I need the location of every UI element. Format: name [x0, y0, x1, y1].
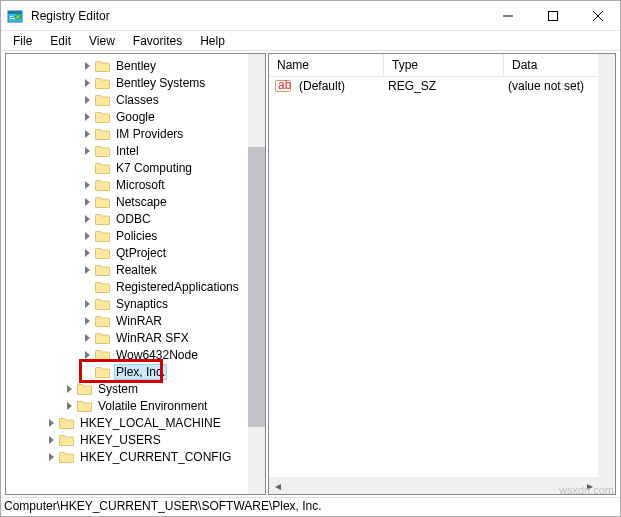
- list-vscrollbar[interactable]: [598, 54, 615, 494]
- expand-icon[interactable]: [62, 399, 76, 413]
- tree-scroll-thumb[interactable]: [248, 147, 265, 427]
- expand-icon[interactable]: [44, 416, 58, 430]
- expand-icon[interactable]: [80, 144, 94, 158]
- svg-rect-3: [10, 18, 15, 19]
- expand-icon[interactable]: [80, 110, 94, 124]
- tree-node[interactable]: Bentley: [6, 57, 248, 74]
- list-row[interactable]: ab (Default) REG_SZ (value not set): [269, 77, 598, 95]
- tree-node[interactable]: HKEY_USERS: [6, 431, 248, 448]
- tree-node[interactable]: Wow6432Node: [6, 346, 248, 363]
- expand-icon[interactable]: [44, 433, 58, 447]
- menu-favorites[interactable]: Favorites: [125, 32, 190, 50]
- expand-icon[interactable]: [80, 297, 94, 311]
- tree-node[interactable]: Classes: [6, 91, 248, 108]
- maximize-button[interactable]: [530, 1, 575, 30]
- scroll-left-icon[interactable]: ◂: [269, 477, 286, 494]
- expand-icon[interactable]: [80, 161, 94, 175]
- menu-file[interactable]: File: [5, 32, 40, 50]
- folder-icon: [94, 348, 110, 362]
- menubar: File Edit View Favorites Help: [1, 31, 620, 51]
- folder-icon: [94, 280, 110, 294]
- expand-icon[interactable]: [80, 59, 94, 73]
- tree-node[interactable]: RegisteredApplications: [6, 278, 248, 295]
- folder-icon: [58, 433, 74, 447]
- expand-icon[interactable]: [80, 93, 94, 107]
- tree-node[interactable]: Volatile Environment: [6, 397, 248, 414]
- titlebar[interactable]: Registry Editor: [1, 1, 620, 31]
- expand-icon[interactable]: [80, 314, 94, 328]
- tree-node[interactable]: Netscape: [6, 193, 248, 210]
- tree-node[interactable]: HKEY_CURRENT_CONFIG: [6, 448, 248, 465]
- expand-icon[interactable]: [80, 280, 94, 294]
- expand-icon[interactable]: [80, 263, 94, 277]
- tree-node[interactable]: Realtek: [6, 261, 248, 278]
- tree-node-label: Google: [114, 110, 157, 124]
- folder-icon: [58, 416, 74, 430]
- status-path: Computer\HKEY_CURRENT_USER\SOFTWARE\Plex…: [4, 499, 322, 513]
- tree-node[interactable]: HKEY_LOCAL_MACHINE: [6, 414, 248, 431]
- folder-icon: [94, 76, 110, 90]
- tree-node[interactable]: Google: [6, 108, 248, 125]
- tree-node[interactable]: System: [6, 380, 248, 397]
- tree-node[interactable]: WinRAR: [6, 312, 248, 329]
- folder-icon: [94, 297, 110, 311]
- string-value-icon: ab: [275, 79, 291, 93]
- expand-icon[interactable]: [80, 348, 94, 362]
- menu-edit[interactable]: Edit: [42, 32, 79, 50]
- close-button[interactable]: [575, 1, 620, 30]
- tree-node[interactable]: Policies: [6, 227, 248, 244]
- folder-icon: [94, 93, 110, 107]
- tree-node[interactable]: Intel: [6, 142, 248, 159]
- list-body[interactable]: ab (Default) REG_SZ (value not set): [269, 77, 598, 477]
- expand-icon[interactable]: [80, 178, 94, 192]
- expand-icon[interactable]: [80, 246, 94, 260]
- tree-node-label: K7 Computing: [114, 161, 194, 175]
- registry-tree[interactable]: BentleyBentley SystemsClassesGoogleIM Pr…: [6, 54, 248, 494]
- menu-view[interactable]: View: [81, 32, 123, 50]
- cell-name: (Default): [291, 79, 380, 93]
- tree-node-label: Microsoft: [114, 178, 167, 192]
- list-hscrollbar[interactable]: ◂ ▸: [269, 477, 598, 494]
- menu-help[interactable]: Help: [192, 32, 233, 50]
- expand-icon[interactable]: [80, 212, 94, 226]
- tree-node-label: Classes: [114, 93, 161, 107]
- tree-node[interactable]: QtProject: [6, 244, 248, 261]
- folder-icon: [58, 450, 74, 464]
- expand-icon[interactable]: [80, 331, 94, 345]
- tree-scrollbar[interactable]: [248, 54, 265, 494]
- folder-icon: [94, 195, 110, 209]
- expand-icon[interactable]: [80, 195, 94, 209]
- tree-node[interactable]: Synaptics: [6, 295, 248, 312]
- tree-node-label: Realtek: [114, 263, 159, 277]
- folder-icon: [94, 229, 110, 243]
- tree-node-label: Netscape: [114, 195, 169, 209]
- window-title: Registry Editor: [29, 9, 485, 23]
- minimize-button[interactable]: [485, 1, 530, 30]
- status-bar: Computer\HKEY_CURRENT_USER\SOFTWARE\Plex…: [1, 497, 620, 516]
- tree-node[interactable]: Plex, Inc.: [6, 363, 248, 380]
- expand-icon[interactable]: [80, 365, 94, 379]
- folder-icon: [94, 263, 110, 277]
- tree-node[interactable]: IM Providers: [6, 125, 248, 142]
- tree-node[interactable]: Bentley Systems: [6, 74, 248, 91]
- expand-icon[interactable]: [80, 229, 94, 243]
- tree-node-label: Bentley Systems: [114, 76, 207, 90]
- expand-icon[interactable]: [62, 382, 76, 396]
- tree-node-label: RegisteredApplications: [114, 280, 241, 294]
- col-type[interactable]: Type: [384, 54, 504, 76]
- tree-node[interactable]: K7 Computing: [6, 159, 248, 176]
- col-name[interactable]: Name: [269, 54, 384, 76]
- expand-icon[interactable]: [80, 76, 94, 90]
- folder-icon: [94, 246, 110, 260]
- folder-icon: [94, 144, 110, 158]
- tree-node[interactable]: Microsoft: [6, 176, 248, 193]
- tree-node[interactable]: WinRAR SFX: [6, 329, 248, 346]
- folder-icon: [94, 331, 110, 345]
- tree-node-label: Intel: [114, 144, 141, 158]
- regedit-icon: [7, 8, 23, 24]
- expand-icon[interactable]: [80, 127, 94, 141]
- list-header[interactable]: Name Type Data: [269, 54, 615, 77]
- tree-node[interactable]: ODBC: [6, 210, 248, 227]
- expand-icon[interactable]: [44, 450, 58, 464]
- folder-icon: [94, 110, 110, 124]
